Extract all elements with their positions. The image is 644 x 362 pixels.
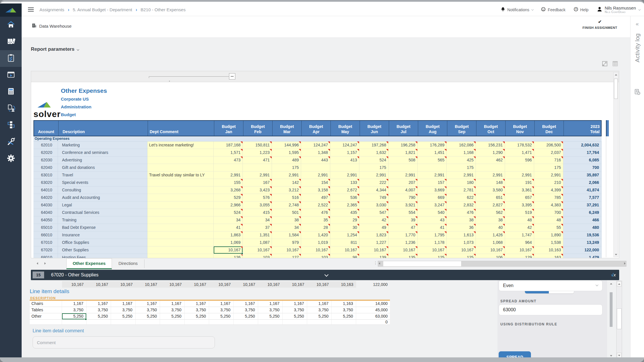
value-cell-67020-sep[interactable]: 10,167 [447,246,476,254]
line-item-value[interactable]: 1,167 [234,301,258,307]
value-cell-64020-may[interactable]: 536 [330,194,359,201]
value-cell-64010-nov[interactable]: 3,361 [505,186,534,194]
value-cell-65010-mar[interactable]: 34 [272,224,301,231]
value-cell-62040-dec[interactable]: 175 [534,164,563,171]
description-cell[interactable]: Travel [58,171,147,179]
value-cell-62030-mar[interactable]: 489 [272,157,301,164]
line-item-label[interactable]: Chairs [30,301,62,307]
value-cell-64050-sep[interactable]: 38 [447,216,476,224]
sidebar-item-documents[interactable] [0,33,22,50]
value-cell-64040-dec[interactable]: 700 [534,209,563,216]
value-cell-64030-jul[interactable]: 3,921 [388,201,418,209]
sidebar-item-tools[interactable] [0,134,22,150]
value-cell-67010-may[interactable]: 811 [330,239,359,246]
line-item-value[interactable]: 1,167 [87,301,111,307]
value-cell-64020-dec[interactable]: 785 [534,194,563,201]
value-cell-67010-nov[interactable]: 964 [505,239,534,246]
value-cell-62020-jun[interactable]: 1,632 [359,149,388,157]
account-cell[interactable]: 64040 [33,209,58,216]
dept-comment-cell[interactable] [147,149,214,157]
help-button[interactable]: ? Help [574,7,589,12]
spread-amount-input[interactable] [499,305,602,315]
breadcrumb-current[interactable]: B210 - Other Expenses [141,7,186,12]
description-cell[interactable]: Bad Debt Expense [58,224,147,231]
value-cell-63010-nov[interactable]: 2,991 [505,171,534,179]
value-cell-63020-aug[interactable]: 157 [418,179,447,186]
value-cell-62020-apr[interactable]: 1,348 [301,149,330,157]
line-item-value[interactable]: 5,250 [283,313,307,320]
splitter-handle[interactable] [229,73,235,80]
value-cell-68010-aug[interactable]: 125 [418,254,447,258]
value-cell-62020-mar[interactable]: 1,595 [272,149,301,157]
value-cell-63010-sep[interactable]: 2,991 [447,171,476,179]
dept-comment-cell[interactable] [147,231,214,239]
formula-icon[interactable]: √x [611,270,616,280]
line-item-value[interactable]: 5,250 [209,313,234,320]
line-item-value[interactable]: 1,167 [185,301,209,307]
menu-icon[interactable] [28,7,34,13]
tab-directions[interactable]: Directions [112,258,144,269]
value-cell-62020-may[interactable]: 1,157 [330,149,359,157]
account-cell[interactable]: 67010 [33,239,58,246]
value-cell-68010-jul[interactable]: 135 [388,254,418,258]
collapse-detail-chevron-icon[interactable] [324,273,328,277]
line-item-value[interactable]: 1,167 [283,301,307,307]
dept-comment-cell[interactable] [147,209,214,216]
value-cell-67020-apr[interactable]: 10,167 [301,246,330,254]
line-item-value[interactable]: 1,167 [160,301,185,307]
value-cell-65010-oct[interactable]: 40 [476,224,505,231]
description-cell[interactable]: Advertising [58,157,147,164]
value-cell-68010-jan[interactable]: 126 [214,254,243,258]
value-cell-63020-nov[interactable]: 191 [505,179,534,186]
value-cell-67010-jan[interactable]: 1,069 [214,239,243,246]
value-cell-65010-apr[interactable]: 28 [301,224,330,231]
line-item-value[interactable]: 5,250 [136,313,160,320]
value-cell-62010-may[interactable]: 124,247 [330,142,359,149]
value-cell-65010-may[interactable]: 30 [330,224,359,231]
line-item-value[interactable]: 3,750 [258,307,283,313]
value-cell-64010-oct[interactable]: 3,580 [476,186,505,194]
value-cell-62020-nov[interactable]: 1,471 [505,149,534,157]
value-cell-64010-apr[interactable]: 3,158 [301,186,330,194]
spread-button[interactable]: SPREAD [499,351,531,357]
value-cell-62010-sep[interactable]: 162,086 [447,142,476,149]
scrollbar-thumb[interactable] [614,79,618,99]
line-item-label[interactable]: Other [30,313,62,320]
value-cell-66010-sep[interactable]: 1,613 [447,231,476,239]
value-cell-64050-oct[interactable]: 38 [476,216,505,224]
value-cell-62010-dec[interactable]: 206,500 [534,142,563,149]
dept-comment-cell[interactable]: Let's increase marketing! [147,142,214,149]
dept-comment-cell[interactable] [147,201,214,209]
value-cell-62010-nov[interactable]: 178,532 [505,142,534,149]
value-cell-64030-sep[interactable]: 2,832 [447,201,476,209]
value-cell-62030-dec[interactable]: 716 [534,157,563,164]
value-cell-63020-jan[interactable]: 155 [214,179,243,186]
report-parameters-toggle[interactable]: Report parameters [31,46,78,52]
value-cell-62010-apr[interactable]: 124,247 [301,142,330,149]
value-cell-67010-jul[interactable]: 1,236 [388,239,418,246]
value-cell-62020-sep[interactable]: 1,168 [447,149,476,157]
value-cell-62030-jul[interactable]: 508 [388,157,418,164]
line-item-value[interactable]: 1,167 [307,301,332,307]
value-cell-68010-mar[interactable]: 127 [272,254,301,258]
scroll-up-icon[interactable] [609,281,613,286]
value-cell-62020-aug[interactable]: 1,451 [418,149,447,157]
value-cell-64020-jun[interactable]: 749 [359,194,388,201]
value-cell-66010-dec[interactable]: 1,890 [534,231,563,239]
feedback-button[interactable]: Feedback [541,7,565,12]
value-cell-63020-mar[interactable]: 142 [272,179,301,186]
value-cell-62020-oct[interactable]: 1,290 [476,149,505,157]
value-cell-64040-feb[interactable]: 415 [243,209,272,216]
value-cell-66010-jan[interactable]: 1,863 [214,231,243,239]
value-cell-64050-dec[interactable]: 48 [534,216,563,224]
selection-handle[interactable] [241,252,243,254]
activity-log-icon[interactable] [634,89,641,96]
value-cell-67020-oct[interactable]: 10,167 [476,246,505,254]
value-cell-62040-feb[interactable] [243,164,272,171]
value-cell-62040-jan[interactable] [214,164,243,171]
activity-log-label[interactable]: Activity log [634,33,641,62]
value-cell-65010-jul[interactable]: 47 [388,224,418,231]
value-cell-63010-oct[interactable]: 2,991 [476,171,505,179]
value-cell-62010-aug[interactable]: 176,289 [418,142,447,149]
value-cell-62040-apr[interactable] [301,164,330,171]
